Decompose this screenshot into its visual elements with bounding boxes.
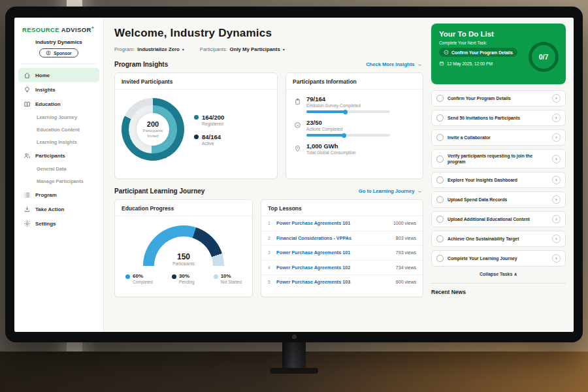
- chevron-right-icon[interactable]: ›: [552, 195, 561, 204]
- monitor-stand: [282, 342, 306, 370]
- legend-value: 10%: [221, 273, 242, 279]
- task-row-upload-spend-data[interactable]: Upload Spend Data Records ›: [431, 191, 566, 208]
- todo-card: Your To Do List Complete Your Next Task:…: [431, 24, 566, 84]
- sidebar-divider: [21, 63, 97, 64]
- sidebar-item-education[interactable]: Education: [18, 97, 99, 111]
- chevron-right-icon[interactable]: ›: [552, 254, 561, 263]
- task-checkbox[interactable]: [436, 95, 444, 102]
- legend-item-active: 84/164 Active: [194, 133, 224, 146]
- chevron-right-icon[interactable]: ›: [552, 94, 561, 103]
- task-checkbox[interactable]: [436, 216, 444, 223]
- check-more-insights-link[interactable]: Check More Insights →: [366, 61, 422, 67]
- sidebar-item-program[interactable]: Program: [18, 188, 99, 202]
- todo-title: Your To Do List: [439, 30, 558, 38]
- task-checkbox[interactable]: [436, 235, 444, 242]
- learning-cards-row: Education Progress 150 Participants: [114, 199, 423, 297]
- sidebar-item-learning-insights[interactable]: Learning Insights: [18, 136, 99, 148]
- task-row-confirm-program[interactable]: Confirm Your Program Details ›: [431, 90, 566, 106]
- sidebar-item-label: Education Content: [37, 127, 80, 133]
- education-gauge: 150 Participants: [143, 225, 224, 266]
- next-task-pill: Confirm Your Program Details: [439, 48, 517, 57]
- lesson-title-link[interactable]: Power Purchase Agreements 103: [276, 279, 396, 285]
- filters-row: Program: Industrialize Zero ▾ Participan…: [114, 46, 423, 52]
- participants-filter-value: Only My Participants: [230, 46, 280, 52]
- program-insights-header: Program Insights Check More Insights →: [114, 61, 422, 68]
- sidebar-item-label: Learning Journey: [37, 114, 77, 120]
- info-label: Emission Survey Completed: [306, 103, 390, 108]
- sidebar-item-manage-participants[interactable]: Manage Participants: [18, 175, 99, 188]
- check-circle-icon: [294, 120, 301, 131]
- legend-label: Active: [202, 141, 221, 146]
- lesson-row: 2 Financial Considerations - VPPAs 803 v…: [261, 231, 423, 246]
- task-row-complete-learning-journey[interactable]: Complete Your Learning Journey ›: [431, 250, 566, 267]
- go-to-learning-journey-link[interactable]: Go to Learning Journey →: [359, 188, 422, 194]
- collapse-label: Collapse Tasks: [480, 272, 512, 276]
- task-row-achieve-target[interactable]: Achieve One Sustainability Target ›: [431, 231, 566, 247]
- lesson-title-link[interactable]: Power Purchase Agreements 101: [276, 250, 396, 255]
- task-row-send-invitations[interactable]: Send 50 Invitations to Participants ›: [431, 110, 566, 126]
- lesson-title-link[interactable]: Financial Considerations - VPPAs: [276, 235, 396, 241]
- chevron-right-icon[interactable]: ›: [552, 155, 561, 163]
- sidebar-item-label: General Data: [37, 166, 67, 172]
- sidebar-item-label: Home: [35, 73, 50, 78]
- program-filter[interactable]: Program: Industrialize Zero ▾: [114, 46, 184, 52]
- legend-value: 60%: [133, 273, 153, 279]
- sidebar-item-label: Program: [35, 192, 57, 198]
- link-label: Check More Insights: [366, 61, 414, 67]
- sidebar-item-participants[interactable]: Participants: [18, 148, 99, 163]
- logo-advisor: ADVISOR: [61, 26, 91, 33]
- chevron-right-icon[interactable]: ›: [552, 235, 561, 243]
- lesson-views: 1000 views: [393, 221, 416, 225]
- sidebar-item-learning-journey[interactable]: Learning Journey: [18, 111, 99, 123]
- monitor-stand-base: [270, 368, 318, 374]
- arrow-right-icon: →: [417, 188, 422, 194]
- sponsor-badge-label: Sponsor: [54, 51, 72, 56]
- center-column: Welcome, Industry Dynamics Program: Indu…: [114, 18, 423, 332]
- task-checkbox[interactable]: [436, 155, 444, 163]
- chevron-right-icon[interactable]: ›: [552, 215, 561, 223]
- task-checkbox[interactable]: [436, 255, 444, 262]
- participants-filter[interactable]: Participants: Only My Participants ▾: [200, 46, 285, 52]
- chevron-right-icon[interactable]: ›: [552, 133, 561, 142]
- lesson-title-link[interactable]: Power Purchase Agreements 101: [276, 220, 393, 226]
- sidebar-item-insights[interactable]: Insights: [18, 82, 99, 97]
- sidebar-item-home[interactable]: Home: [18, 68, 99, 82]
- lightbulb-icon: [24, 86, 31, 93]
- gear-icon: [24, 220, 31, 227]
- legend-value: 84/164: [202, 133, 221, 140]
- task-row-verify-participants[interactable]: Verify participants requesting to join t…: [431, 149, 566, 169]
- sidebar-item-settings[interactable]: Settings: [18, 216, 99, 231]
- sidebar-item-take-action[interactable]: Take Action: [18, 202, 99, 216]
- chevron-right-icon[interactable]: ›: [552, 114, 561, 122]
- task-checkbox[interactable]: [436, 114, 444, 122]
- top-lessons-card: Top Lessons 1 Power Purchase Agreements …: [261, 199, 423, 297]
- sidebar-item-education-content[interactable]: Education Content: [18, 123, 99, 136]
- chevron-right-icon[interactable]: ›: [552, 176, 561, 184]
- info-value: 23/50: [306, 119, 390, 126]
- sidebar-item-general-data[interactable]: General Data: [18, 163, 99, 175]
- collapse-tasks-link[interactable]: Collapse Tasks ∧: [431, 272, 566, 277]
- learning-journey-header: Participant Learning Journey Go to Learn…: [114, 188, 422, 195]
- lesson-row: 3 Power Purchase Agreements 101 793 view…: [261, 246, 423, 261]
- info-label: Total Global Consumption: [306, 150, 356, 155]
- info-label: Actions Completed: [306, 127, 390, 131]
- info-row-consumption: 1,000 GWh Total Global Consumption: [286, 137, 423, 157]
- lesson-title-link[interactable]: Power Purchase Agreements 102: [276, 265, 396, 270]
- task-checkbox[interactable]: [436, 196, 444, 203]
- next-task-label: Confirm Your Program Details: [451, 50, 513, 55]
- task-checkbox[interactable]: [436, 176, 444, 184]
- task-row-upload-educational-content[interactable]: Upload Additional Educational Content ›: [431, 211, 566, 227]
- task-row-explore-insights[interactable]: Explore Your Insights Dashboard ›: [431, 172, 566, 188]
- task-checkbox[interactable]: [436, 134, 444, 141]
- card-title: Invited Participants: [115, 73, 277, 90]
- calendar-icon: [439, 61, 444, 66]
- logo-resource: RESOURCE: [22, 26, 59, 33]
- lesson-views: 600 views: [396, 280, 416, 284]
- sidebar-item-label: Learning Insights: [37, 139, 77, 145]
- lesson-views: 803 views: [396, 236, 416, 240]
- insights-cards-row: Invited Participants 200 Participants In…: [114, 73, 423, 179]
- program-filter-label: Program:: [114, 46, 135, 52]
- task-row-invite-collaborator[interactable]: Invite a Collaborator ›: [431, 129, 566, 146]
- task-label: Send 50 Invitations to Participants: [448, 115, 548, 121]
- card-title: Top Lessons: [261, 200, 423, 216]
